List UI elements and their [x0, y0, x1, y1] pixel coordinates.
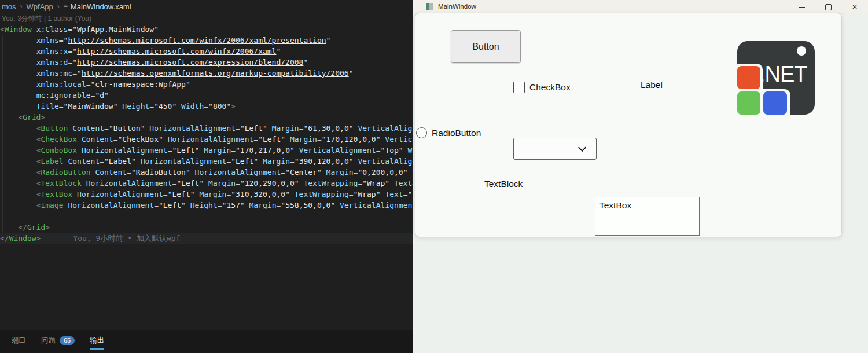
- code-line[interactable]: <Label Content="Label" HorizontalAlignme…: [0, 156, 413, 167]
- code-line[interactable]: xmlns:x="http://schemas.microsoft.com/wi…: [0, 46, 413, 57]
- checkbox-label: CheckBox: [529, 82, 571, 93]
- logo-white-dot: [797, 46, 806, 56]
- code-line[interactable]: <Window x:Class="WpfApp.MainWindow": [0, 24, 413, 35]
- xaml-file-icon: ≡: [64, 3, 68, 10]
- breadcrumb-file-label: MainWindow.xaml: [71, 2, 131, 11]
- radio-circle-icon[interactable]: [416, 127, 427, 138]
- breadcrumb-folder[interactable]: WpfApp: [27, 2, 53, 11]
- minimize-icon: [799, 7, 805, 8]
- codelens-authors[interactable]: You, 3分钟前 | 1 author (You): [2, 14, 91, 24]
- chevron-right-icon: ›: [57, 2, 60, 10]
- panel-tab-输出[interactable]: 输出: [90, 332, 104, 349]
- maximize-button[interactable]: [815, 0, 841, 13]
- dotnet-logo: .NET: [737, 41, 815, 115]
- code-line[interactable]: Title="MainWindow" Height="450" Width="8…: [0, 101, 413, 112]
- code-line[interactable]: [0, 211, 413, 222]
- code-line[interactable]: <TextBox HorizontalAlignment="Left" Marg…: [0, 189, 413, 200]
- wpf-combobox[interactable]: [513, 138, 597, 160]
- code-line[interactable]: </Window>You, 9小时前 • 加入默认wpf: [0, 233, 413, 244]
- radio-label: RadioButton: [432, 128, 481, 138]
- code-line[interactable]: xmlns:local="clr-namespace:WpfApp": [0, 79, 413, 90]
- panel-tab-问题[interactable]: 问题65: [41, 332, 75, 349]
- logo-green-tile: [737, 91, 760, 115]
- screenshot-root: mos › WpfApp › ≡ MainWindow.xaml You, 3分…: [0, 0, 868, 353]
- maximize-icon: [825, 4, 832, 10]
- code-line[interactable]: mc:Ignorable="d": [0, 90, 413, 101]
- wpf-label: Label: [641, 80, 663, 90]
- checkbox-box-icon[interactable]: [513, 82, 525, 93]
- code-line[interactable]: <Image HorizontalAlignment="Left" Height…: [0, 200, 413, 211]
- breadcrumb-root[interactable]: mos: [2, 2, 16, 11]
- code-line[interactable]: <RadioButton Content="RadioButton" Horiz…: [0, 167, 413, 178]
- code-area[interactable]: <Window x:Class="WpfApp.MainWindow" xmln…: [0, 24, 413, 244]
- bottom-panel: 端口问题65输出: [0, 330, 413, 353]
- code-line[interactable]: xmlns="http://schemas.microsoft.com/winf…: [0, 35, 413, 46]
- panel-tab-端口[interactable]: 端口: [12, 332, 26, 349]
- wpf-checkbox[interactable]: CheckBox: [513, 82, 571, 93]
- code-line[interactable]: <TextBlock HorizontalAlignment="Left" Ma…: [0, 178, 413, 189]
- logo-orange-tile: [737, 66, 760, 89]
- code-line[interactable]: xmlns:d="http://schemas.microsoft.com/ex…: [0, 57, 413, 68]
- code-line[interactable]: xmlns:mc="http://schemas.openxmlformats.…: [0, 68, 413, 79]
- close-icon: ✕: [852, 3, 858, 10]
- wpf-textblock: TextBlock: [484, 179, 523, 189]
- wpf-textbox[interactable]: [595, 197, 700, 236]
- wpf-titlebar[interactable]: MainWindow ✕: [413, 0, 868, 13]
- problems-count-badge: 65: [60, 336, 75, 345]
- code-line[interactable]: </Grid>: [0, 222, 413, 233]
- logo-dotnet-text: .NET: [759, 62, 807, 87]
- close-button[interactable]: ✕: [841, 0, 868, 13]
- app-window-icon: [426, 3, 433, 10]
- chevron-down-icon: [578, 144, 586, 152]
- chevron-right-icon: ›: [20, 2, 23, 10]
- minimize-button[interactable]: [788, 0, 815, 13]
- code-line[interactable]: <ComboBox HorizontalAlignment="Left" Mar…: [0, 145, 413, 156]
- window-controls: ✕: [788, 0, 868, 13]
- code-line[interactable]: <CheckBox Content="CheckBox" HorizontalA…: [0, 134, 413, 145]
- git-blame-annotation: You, 9小时前 • 加入默认wpf: [73, 234, 180, 242]
- breadcrumb-file[interactable]: ≡ MainWindow.xaml: [64, 2, 131, 11]
- wpf-radiobutton[interactable]: RadioButton: [416, 127, 481, 138]
- panel-tab-bar: 端口问题65输出: [0, 330, 413, 350]
- logo-blue-tile: [763, 91, 787, 115]
- wpf-app-region: MainWindow ✕ Button CheckBox Label Radio…: [413, 0, 868, 353]
- vscode-editor: mos › WpfApp › ≡ MainWindow.xaml You, 3分…: [0, 0, 413, 353]
- window-title: MainWindow: [438, 3, 476, 10]
- breadcrumb: mos › WpfApp › ≡ MainWindow.xaml: [2, 2, 131, 11]
- wpf-button[interactable]: Button: [451, 30, 521, 63]
- code-line[interactable]: <Button Content="Button" HorizontalAlign…: [0, 123, 413, 134]
- wpf-window-content: Button CheckBox Label RadioButton TextBl…: [415, 13, 842, 237]
- code-line[interactable]: <Grid>: [0, 112, 413, 123]
